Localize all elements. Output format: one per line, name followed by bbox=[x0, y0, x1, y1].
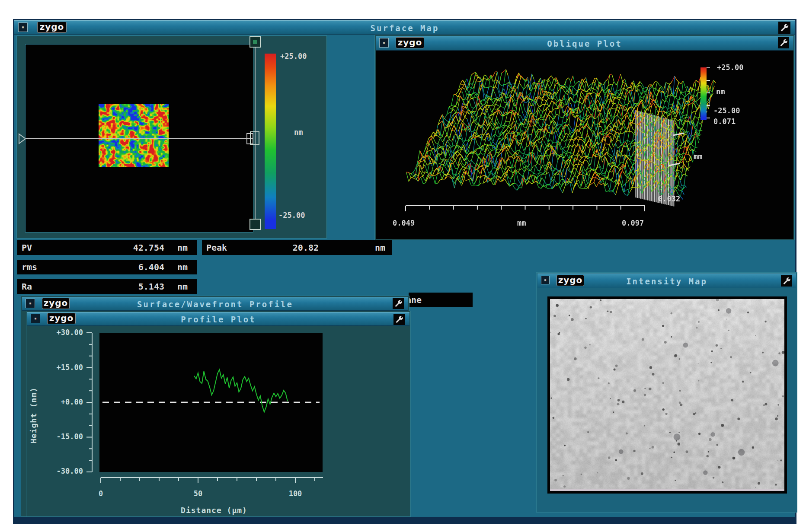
scale-slider-bottom-handle[interactable] bbox=[249, 219, 261, 230]
oblique-scale-units: nm bbox=[716, 87, 725, 96]
ytick-30: +30.00 bbox=[43, 328, 83, 337]
profile-zygo-logo[interactable]: zygo bbox=[47, 313, 76, 324]
swp-close-button[interactable]: ▪ bbox=[26, 299, 35, 308]
xtick-0: 0 bbox=[91, 489, 111, 498]
profile-close-button[interactable]: ▪ bbox=[31, 314, 40, 323]
swp-zygo-logo[interactable]: zygo bbox=[42, 298, 70, 309]
profile-trace bbox=[194, 370, 288, 412]
swp-wrench-icon[interactable] bbox=[393, 298, 404, 309]
swp-titlebar[interactable]: Surface/Wavefront Profile bbox=[22, 297, 408, 311]
oblique-scale-max: +25.00 bbox=[717, 63, 743, 72]
ytick-m15: -15.00 bbox=[43, 432, 83, 441]
result-rms: rms 6.404 nm bbox=[17, 260, 197, 274]
scale-slider-top-handle-fill bbox=[253, 40, 257, 44]
clipped-readout-box: ane bbox=[409, 293, 473, 307]
result-ra-units: nm bbox=[177, 281, 188, 292]
oblique-xaxis-max: 0.097 bbox=[622, 219, 644, 227]
result-peak-units: nm bbox=[375, 242, 385, 253]
swp-title: Surface/Wavefront Profile bbox=[22, 299, 408, 309]
surface-scale-units: nm bbox=[294, 128, 303, 137]
oblique-scale-extra: 0.071 bbox=[713, 117, 736, 126]
xtick-50: 50 bbox=[188, 489, 208, 498]
result-pv-value: 42.754 bbox=[69, 242, 164, 253]
oblique-colorbar-tick bbox=[707, 67, 710, 68]
result-pv-label: PV bbox=[22, 242, 69, 253]
result-ra-label: Ra bbox=[22, 281, 69, 292]
oblique-xaxis-units: mm bbox=[517, 219, 526, 227]
oblique-colorbar-tick bbox=[707, 105, 710, 106]
oblique-colorbar bbox=[700, 67, 707, 120]
xtick-100: 100 bbox=[285, 489, 305, 498]
main-system-menu-button[interactable]: ▪ bbox=[18, 22, 28, 32]
main-titlebar[interactable]: Surface Map bbox=[14, 20, 795, 35]
intensity-wrench-icon[interactable] bbox=[781, 275, 792, 287]
ytick-0: +0.00 bbox=[43, 398, 83, 406]
surface-height-map bbox=[99, 104, 169, 167]
intensity-image bbox=[550, 299, 784, 491]
clipped-readout-text: ane bbox=[409, 295, 422, 305]
intensity-zygo-logo[interactable]: zygo bbox=[557, 275, 584, 286]
result-ra-value: 5.143 bbox=[69, 281, 164, 292]
profile-slice-line[interactable] bbox=[26, 138, 253, 139]
oblique-colorbar-tick bbox=[707, 80, 710, 81]
oblique-close-button[interactable]: ▪ bbox=[379, 38, 389, 48]
result-peak: Peak 20.82 nm bbox=[202, 240, 392, 255]
scale-slider-mid-handle[interactable] bbox=[250, 131, 259, 145]
zygo-logo-button[interactable]: zygo bbox=[37, 22, 67, 33]
result-peak-label: Peak bbox=[206, 242, 262, 253]
result-pv-units: nm bbox=[177, 242, 188, 253]
profile-titlebar[interactable]: Profile Plot bbox=[27, 312, 409, 326]
result-rms-label: rms bbox=[22, 262, 69, 272]
oblique-title: Oblique Plot bbox=[376, 39, 793, 48]
ytick-15: +15.00 bbox=[43, 363, 83, 372]
oblique-wrench-icon[interactable] bbox=[778, 37, 789, 48]
profile-ylabel: Height (nm) bbox=[29, 374, 39, 456]
result-peak-value: 20.82 bbox=[262, 242, 319, 253]
surface-scale-min: -25.00 bbox=[278, 211, 305, 220]
profile-trace-svg bbox=[99, 333, 323, 472]
oblique-yaxis-units: mm bbox=[694, 152, 702, 161]
ytick-m30: -30.00 bbox=[43, 467, 83, 475]
result-pv: PV 42.754 nm bbox=[17, 240, 197, 255]
profile-wrench-icon[interactable] bbox=[393, 314, 405, 325]
profile-title: Profile Plot bbox=[27, 315, 409, 324]
result-rms-units: nm bbox=[177, 262, 188, 272]
surface-colorbar bbox=[265, 54, 276, 229]
oblique-zygo-logo[interactable]: zygo bbox=[396, 37, 424, 48]
main-window-title: Surface Map bbox=[14, 23, 795, 33]
oblique-colorbar-tick bbox=[707, 92, 710, 93]
intensity-close-button[interactable]: ▪ bbox=[541, 276, 550, 284]
oblique-colorbar-tick bbox=[707, 118, 710, 118]
result-rms-value: 6.404 bbox=[69, 262, 164, 272]
wrench-icon[interactable] bbox=[778, 22, 790, 34]
profile-xlabel: Distance (µm) bbox=[151, 506, 277, 515]
profile-slice-left-marker[interactable] bbox=[18, 133, 27, 144]
surface-scale-max: +25.00 bbox=[280, 52, 307, 61]
oblique-xaxis-min: 0.049 bbox=[393, 219, 415, 227]
oblique-titlebar[interactable]: Oblique Plot bbox=[376, 36, 793, 51]
result-ra: Ra 5.143 nm bbox=[17, 279, 197, 294]
oblique-scale-min: -25.00 bbox=[713, 106, 740, 115]
oblique-yaxis-min: 0.032 bbox=[658, 194, 680, 203]
scale-slider-top-handle[interactable] bbox=[249, 36, 261, 48]
wrench-icon-glyph bbox=[780, 23, 789, 32]
oblique-3d-surface bbox=[376, 51, 793, 239]
oblique-colorbar-ticks bbox=[707, 67, 711, 120]
